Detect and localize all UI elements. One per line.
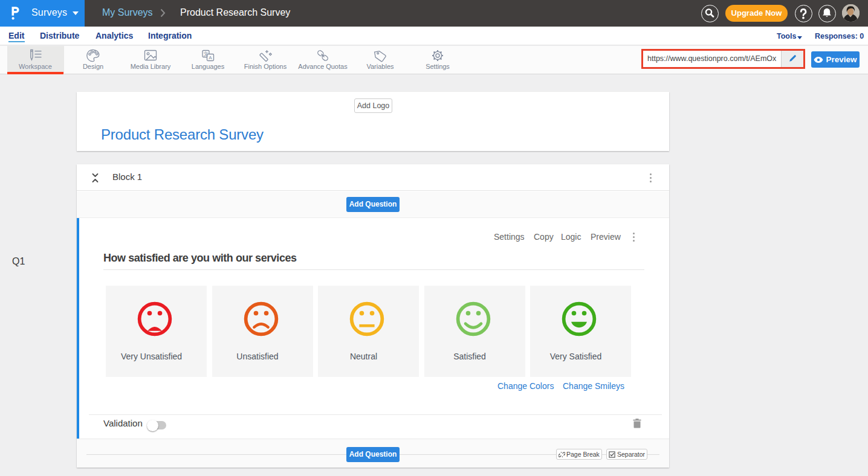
svg-text:文: 文: [203, 51, 209, 57]
svg-text:A: A: [209, 55, 212, 60]
